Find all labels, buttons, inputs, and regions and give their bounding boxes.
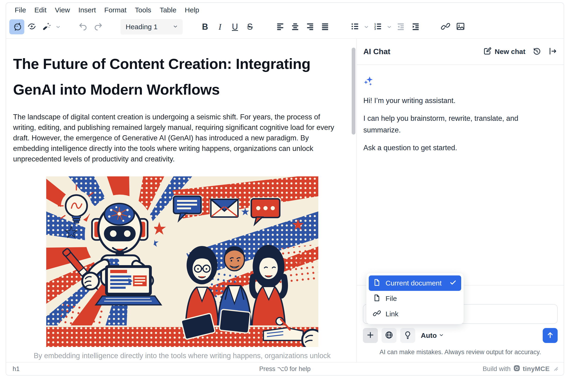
resize-handle[interactable] — [552, 365, 559, 373]
chevron-down-icon — [172, 23, 178, 30]
align-left-icon — [275, 22, 285, 32]
align-left-button[interactable] — [273, 19, 288, 34]
underline-button[interactable]: U — [227, 19, 242, 34]
align-justify-button[interactable] — [318, 19, 333, 34]
chat-history-button[interactable] — [532, 47, 541, 56]
magic-wand-menu-chevron[interactable] — [54, 19, 62, 34]
block-format-label: Heading 1 — [126, 23, 172, 31]
link-icon — [373, 309, 381, 319]
ai-shortcuts-button[interactable] — [24, 19, 39, 34]
context-option-link[interactable]: Link — [369, 306, 461, 322]
align-right-button[interactable] — [303, 19, 318, 34]
undo-icon — [78, 22, 88, 32]
link-button[interactable] — [438, 19, 453, 34]
document-icon — [373, 279, 381, 288]
menu-table[interactable]: Table — [156, 4, 180, 16]
ai-chat-title: AI Chat — [363, 47, 476, 56]
scrollbar-thumb[interactable] — [352, 48, 355, 135]
undo-button[interactable] — [76, 19, 91, 34]
brand-prefix: Build with — [483, 365, 511, 373]
envelope-motif — [210, 198, 239, 218]
brand-name: tinyMCE — [523, 365, 550, 373]
assistant-message: Ask a question to get started. — [363, 142, 557, 154]
editor-scrollbar[interactable] — [351, 39, 356, 362]
web-search-button[interactable] — [381, 328, 396, 343]
italic-button[interactable]: I — [212, 19, 227, 34]
document-figure[interactable]: By embedding intelligence directly into … — [13, 176, 351, 362]
outdent-button — [393, 19, 408, 34]
assistant-message: Hi! I’m your writing assistant. — [363, 95, 557, 107]
numbered-list-menu-chevron[interactable] — [385, 19, 393, 34]
element-path[interactable]: h1 — [13, 365, 20, 373]
redo-button[interactable] — [91, 19, 105, 34]
ai-sparkle-eye-icon — [27, 22, 37, 32]
bold-button[interactable]: B — [197, 19, 212, 34]
file-icon — [373, 294, 381, 303]
menu-file[interactable]: File — [11, 4, 29, 16]
strikethrough-button[interactable]: S — [242, 19, 257, 34]
numbered-list-button[interactable]: 123 — [370, 19, 385, 34]
menu-tools[interactable]: Tools — [131, 4, 155, 16]
chat-actions: Auto — [363, 328, 558, 343]
exit-sidebar-icon — [548, 47, 557, 56]
menubar: File Edit View Insert Format Tools Table… — [6, 3, 564, 16]
add-context-button[interactable] — [363, 328, 378, 343]
bullet-list-menu-chevron[interactable] — [362, 19, 370, 34]
check-icon — [449, 279, 457, 288]
menu-help[interactable]: Help — [181, 4, 203, 16]
help-shortcut-text: Press ⌥0 for help — [259, 365, 311, 373]
align-right-icon — [305, 22, 315, 32]
toolbar: Heading 1 B I U S 123 — [6, 16, 564, 38]
italic-icon: I — [219, 22, 221, 32]
ai-sparkle-icon — [363, 76, 557, 87]
document-paragraph[interactable]: The landscape of digital content creatio… — [13, 112, 345, 164]
ai-chat-icon — [12, 22, 22, 32]
add-context-menu: Current document File Link — [366, 273, 464, 324]
editor-window: File Edit View Insert Format Tools Table… — [6, 2, 564, 376]
menu-edit[interactable]: Edit — [31, 4, 50, 16]
editor-main: The Future of Content Creation: Integrat… — [6, 38, 564, 362]
link-icon — [441, 22, 450, 32]
menu-view[interactable]: View — [51, 4, 73, 16]
align-center-button[interactable] — [288, 19, 303, 34]
menu-insert[interactable]: Insert — [75, 4, 100, 16]
block-format-select[interactable]: Heading 1 — [120, 19, 183, 35]
brand-link[interactable]: Build with tinyMCE — [483, 364, 550, 374]
new-chat-label: New chat — [495, 48, 525, 56]
image-icon — [456, 22, 465, 32]
globe-icon — [385, 331, 393, 340]
indent-icon — [411, 22, 420, 32]
magic-wand-icon — [42, 22, 51, 32]
menu-format[interactable]: Format — [101, 4, 130, 16]
context-option-label: Link — [386, 310, 398, 318]
magic-wand-button[interactable] — [39, 19, 54, 34]
redo-icon — [93, 22, 103, 32]
send-button[interactable] — [543, 328, 558, 343]
lightbulb-icon — [403, 331, 412, 340]
strikethrough-icon: S — [247, 22, 253, 32]
ai-chat-toggle-button[interactable] — [9, 19, 24, 34]
plus-icon — [366, 331, 375, 340]
suggestions-button[interactable] — [400, 328, 415, 343]
indent-button[interactable] — [408, 19, 423, 34]
close-sidebar-button[interactable] — [548, 47, 557, 56]
bullet-list-button[interactable] — [347, 19, 362, 34]
document-title[interactable]: The Future of Content Creation: Integrat… — [13, 51, 345, 102]
history-icon — [532, 47, 541, 56]
ai-chat-messages: Hi! I’m your writing assistant. I can he… — [357, 65, 564, 154]
svg-text:3: 3 — [374, 27, 376, 30]
insert-image-button[interactable] — [453, 19, 468, 34]
new-chat-button[interactable]: New chat — [483, 47, 525, 56]
ai-chat-header: AI Chat New chat — [357, 39, 564, 65]
chevron-down-icon — [439, 332, 444, 339]
model-select[interactable]: Auto — [421, 332, 444, 339]
align-center-icon — [290, 22, 300, 32]
arrow-up-icon — [546, 331, 554, 340]
numbered-list-icon: 123 — [373, 22, 382, 32]
context-option-file[interactable]: File — [369, 291, 461, 306]
document-edit-area[interactable]: The Future of Content Creation: Integrat… — [6, 39, 351, 362]
context-option-label: Current document — [386, 279, 442, 287]
context-option-current-document[interactable]: Current document — [369, 275, 461, 291]
underline-icon: U — [232, 22, 238, 32]
context-option-label: File — [386, 295, 397, 303]
